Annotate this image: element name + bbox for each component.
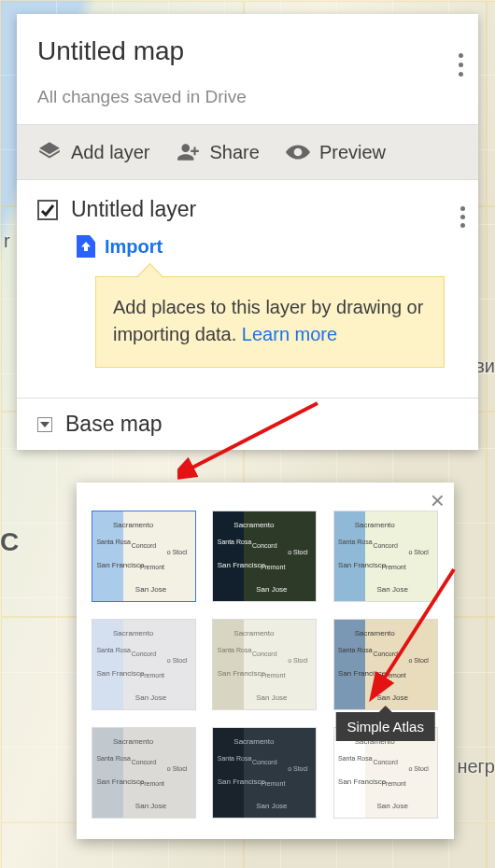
- close-button[interactable]: ×: [431, 488, 445, 512]
- thumb-city-label: Santa Rosa: [338, 755, 373, 762]
- thumb-city-label: o Stocl: [408, 549, 428, 555]
- basemap-label: Base map: [65, 412, 163, 437]
- thumb-city-label: o Stocl: [167, 657, 187, 664]
- map-editor-panel: Untitled map All changes saved in Drive …: [17, 14, 478, 450]
- map-text: негр: [457, 756, 495, 777]
- thumb-city-label: o Stocl: [408, 657, 428, 664]
- add-layer-label: Add layer: [71, 142, 150, 163]
- thumb-city-label: Concord: [373, 542, 397, 549]
- thumb-city-label: Fremont: [261, 564, 285, 570]
- import-button[interactable]: Import: [77, 235, 458, 258]
- thumb-city-label: Fremont: [261, 780, 285, 787]
- thumb-city-label: Fremont: [140, 780, 164, 787]
- thumb-city-label: Santa Rosa: [218, 539, 252, 545]
- map-text: C: [0, 527, 19, 557]
- thumb-city-label: Fremont: [382, 780, 406, 787]
- thumb-city-label: Santa Rosa: [218, 647, 252, 653]
- layer-section: Untitled layer Import Add places to this…: [17, 180, 478, 398]
- thumb-city-label: San Jose: [377, 802, 408, 810]
- map-title[interactable]: Untitled map: [37, 36, 458, 66]
- thumb-city-label: San Francisco: [338, 669, 386, 678]
- preview-label: Preview: [319, 142, 386, 163]
- kebab-dot-icon: [459, 53, 463, 58]
- layer-name[interactable]: Untitled layer: [71, 197, 196, 222]
- thumb-city-label: Sacramento: [355, 521, 395, 529]
- thumb-city-label: San Francisco: [96, 669, 144, 678]
- thumb-city-label: Fremont: [261, 672, 285, 679]
- check-icon: [40, 203, 55, 217]
- thumb-city-label: Santa Rosa: [96, 647, 131, 653]
- thumb-city-label: Santa Rosa: [218, 755, 252, 762]
- style-thumbnail-grid: SacramentoSanta RosaConcordo StoclSan Fr…: [92, 511, 439, 819]
- layer-header[interactable]: Untitled layer: [37, 197, 458, 222]
- thumb-city-label: Santa Rosa: [96, 755, 131, 762]
- autosave-status: All changes saved in Drive: [37, 87, 458, 107]
- kebab-dot-icon: [460, 215, 465, 219]
- preview-button[interactable]: Preview: [286, 140, 386, 164]
- thumb-city-label: San Jose: [377, 585, 408, 594]
- thumb-city-label: San Francisco: [96, 777, 144, 786]
- person-add-icon: [177, 140, 201, 164]
- thumb-city-label: Sacramento: [113, 521, 153, 529]
- thumb-city-label: Santa Rosa: [338, 539, 373, 545]
- thumb-city-label: San Francisco: [338, 777, 386, 786]
- thumb-city-label: Concord: [252, 759, 276, 765]
- map-text: r: [4, 231, 10, 252]
- basemap-style-political[interactable]: SacramentoSanta RosaConcordo StoclSan Fr…: [92, 619, 196, 710]
- thumb-city-label: o Stocl: [288, 765, 307, 772]
- thumb-city-label: Concord: [252, 651, 276, 657]
- thumb-city-label: Santa Rosa: [96, 539, 131, 545]
- layer-hint-callout: Add places to this layer by drawing or i…: [95, 276, 445, 368]
- thumb-city-label: o Stocl: [408, 765, 428, 772]
- basemap-style-map[interactable]: SacramentoSanta RosaConcordo StoclSan Fr…: [92, 511, 196, 602]
- panel-menu-button[interactable]: [453, 48, 469, 82]
- thumb-city-label: San Francisco: [218, 561, 265, 569]
- kebab-dot-icon: [460, 206, 465, 211]
- thumb-city-label: Santa Rosa: [338, 647, 373, 653]
- panel-toolbar: Add layer Share Preview: [17, 124, 478, 180]
- thumb-city-label: Fremont: [140, 672, 164, 679]
- basemap-style-satellite[interactable]: SacramentoSanta RosaConcordo StoclSan Fr…: [212, 511, 317, 602]
- thumb-city-label: San Francisco: [218, 669, 265, 678]
- basemap-style-gray[interactable]: SacramentoSanta RosaConcordo StoclSan Fr…: [92, 727, 196, 819]
- caret-down-icon: [37, 417, 52, 432]
- thumb-city-label: San Francisco: [338, 561, 386, 569]
- thumb-city-label: San Jose: [135, 802, 166, 810]
- add-layer-button[interactable]: Add layer: [37, 140, 150, 164]
- upload-file-icon: [77, 235, 95, 258]
- thumb-city-label: Sacramento: [233, 737, 274, 746]
- share-label: Share: [210, 142, 260, 163]
- thumb-city-label: San Francisco: [218, 777, 265, 786]
- thumb-city-label: Sacramento: [113, 629, 153, 637]
- thumb-city-label: Concord: [252, 542, 276, 549]
- thumb-city-label: Concord: [132, 542, 156, 549]
- share-button[interactable]: Share: [177, 140, 260, 164]
- thumb-city-label: Concord: [373, 651, 397, 657]
- kebab-dot-icon: [459, 63, 463, 67]
- basemap-style-dark[interactable]: SacramentoSanta RosaConcordo StoclSan Fr…: [212, 727, 317, 819]
- thumb-city-label: Fremont: [382, 564, 406, 570]
- thumb-city-label: San Jose: [256, 802, 287, 810]
- basemap-style-mono[interactable]: SacramentoSanta RosaConcordo StoclSan Fr…: [212, 619, 317, 710]
- panel-header: Untitled map All changes saved in Drive: [17, 14, 478, 124]
- basemap-style-terrain[interactable]: SacramentoSanta RosaConcordo StoclSan Fr…: [333, 511, 438, 602]
- eye-icon: [286, 140, 310, 164]
- thumb-city-label: o Stocl: [167, 765, 187, 772]
- thumb-city-label: Sacramento: [233, 629, 274, 637]
- thumb-city-label: Sacramento: [233, 521, 274, 529]
- basemap-style-atlas[interactable]: SacramentoSanta RosaConcordo StoclSan Fr…: [333, 619, 438, 710]
- thumb-city-label: San Jose: [135, 585, 166, 594]
- import-label: Import: [105, 236, 163, 258]
- thumb-city-label: Sacramento: [355, 629, 395, 637]
- layer-menu-button[interactable]: [457, 203, 469, 231]
- thumb-city-label: Sacramento: [113, 737, 153, 746]
- thumb-city-label: San Jose: [256, 693, 287, 702]
- layer-visibility-checkbox[interactable]: [37, 200, 58, 220]
- basemap-toggle[interactable]: Base map: [17, 398, 478, 450]
- thumb-city-label: Concord: [132, 759, 156, 765]
- thumb-city-label: Fremont: [382, 672, 406, 679]
- learn-more-link[interactable]: Learn more: [242, 324, 337, 344]
- basemap-style-popup: × SacramentoSanta RosaConcordo StoclSan …: [77, 483, 454, 839]
- thumb-city-label: o Stocl: [288, 657, 307, 664]
- style-tooltip: Simple Atlas: [335, 712, 435, 741]
